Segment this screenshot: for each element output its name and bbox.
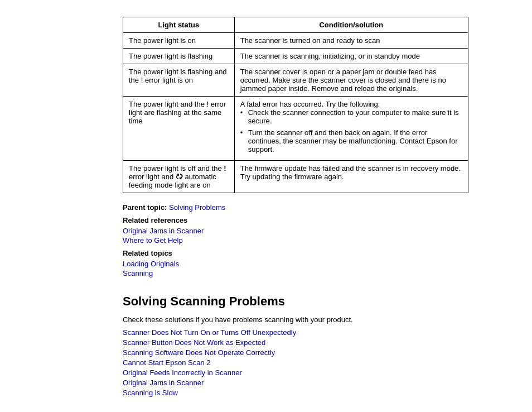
light-status-table: Light status Condition/solution The powe… xyxy=(123,17,468,193)
related-references-heading: Related references xyxy=(123,216,487,224)
light-status-cell: The power light is flashing xyxy=(123,49,235,64)
scanner-turn-on-link[interactable]: Scanner Does Not Turn On or Turns Off Un… xyxy=(123,328,296,337)
related-topic-link-1: Loading Originals xyxy=(123,260,487,268)
condition-prefix: A fatal error has occurred. Try the foll… xyxy=(240,100,380,108)
solving-links-list: Scanner Does Not Turn On or Turns Off Un… xyxy=(123,328,487,397)
parent-topic-link[interactable]: Solving Problems xyxy=(169,203,225,212)
condition-cell: The scanner is scanning, initializing, o… xyxy=(234,49,468,64)
condition-bullet-list: Check the scanner connection to your com… xyxy=(240,108,462,154)
scanning-software-link[interactable]: Scanning Software Does Not Operate Corre… xyxy=(123,348,275,357)
list-item: Original Jams in Scanner xyxy=(123,379,487,387)
original-jams-link-2[interactable]: Original Jams in Scanner xyxy=(123,379,204,387)
table-row: The power light is off and the ! error l… xyxy=(123,161,468,193)
related-topics-heading: Related topics xyxy=(123,249,487,257)
related-topic-link-2: Scanning xyxy=(123,269,487,277)
scanning-slow-link[interactable]: Scanning is Slow xyxy=(123,389,178,397)
original-jams-link[interactable]: Original Jams in Scanner xyxy=(123,227,204,235)
list-item: Scanner Does Not Turn On or Turns Off Un… xyxy=(123,328,487,337)
scanner-button-link[interactable]: Scanner Button Does Not Work as Expected xyxy=(123,338,265,347)
table-row: The power light is flashing and the ! er… xyxy=(123,64,468,97)
solving-section-heading: Solving Scanning Problems xyxy=(123,294,487,309)
solving-section-desc: Check these solutions if you have proble… xyxy=(123,315,487,324)
related-references-block: Related references Original Jams in Scan… xyxy=(123,216,487,245)
loading-originals-link[interactable]: Loading Originals xyxy=(123,260,179,268)
condition-cell: The scanner cover is open or a paper jam… xyxy=(234,64,468,97)
related-ref-link-1: Original Jams in Scanner xyxy=(123,227,487,235)
original-feeds-link[interactable]: Original Feeds Incorrectly in Scanner xyxy=(123,368,242,377)
light-status-cell: The power light is off and the ! error l… xyxy=(123,161,235,193)
related-ref-link-2: Where to Get Help xyxy=(123,236,487,245)
list-item: Cannot Start Epson Scan 2 xyxy=(123,358,487,367)
list-item: Scanning is Slow xyxy=(123,389,487,397)
table-row: The power light and the ! error light ar… xyxy=(123,97,468,161)
table-header-condition: Condition/solution xyxy=(234,17,468,33)
bullet-item: Check the scanner connection to your com… xyxy=(240,108,462,125)
light-status-cell: The power light and the ! error light ar… xyxy=(123,97,235,161)
light-status-cell: The power light is flashing and the ! er… xyxy=(123,64,235,97)
condition-cell: The firmware update has failed and the s… xyxy=(234,161,468,193)
parent-topic-line: Parent topic: Solving Problems xyxy=(123,203,487,212)
light-status-cell: The power light is on xyxy=(123,33,235,49)
table-row: The power light is on The scanner is tur… xyxy=(123,33,468,49)
list-item: Original Feeds Incorrectly in Scanner xyxy=(123,368,487,377)
related-topics-block: Related topics Loading Originals Scannin… xyxy=(123,249,487,277)
where-to-get-help-link[interactable]: Where to Get Help xyxy=(123,236,183,245)
condition-cell-with-bullets: A fatal error has occurred. Try the foll… xyxy=(234,97,468,161)
list-item: Scanning Software Does Not Operate Corre… xyxy=(123,348,487,357)
parent-topic-label: Parent topic: xyxy=(123,203,167,212)
cannot-start-epson-link[interactable]: Cannot Start Epson Scan 2 xyxy=(123,358,211,367)
table-row: The power light is flashing The scanner … xyxy=(123,49,468,64)
scanning-link[interactable]: Scanning xyxy=(123,269,153,277)
condition-cell: The scanner is turned on and ready to sc… xyxy=(234,33,468,49)
bullet-item: Turn the scanner off and then back on ag… xyxy=(240,128,462,154)
list-item: Scanner Button Does Not Work as Expected xyxy=(123,338,487,347)
table-header-light: Light status xyxy=(123,17,235,33)
